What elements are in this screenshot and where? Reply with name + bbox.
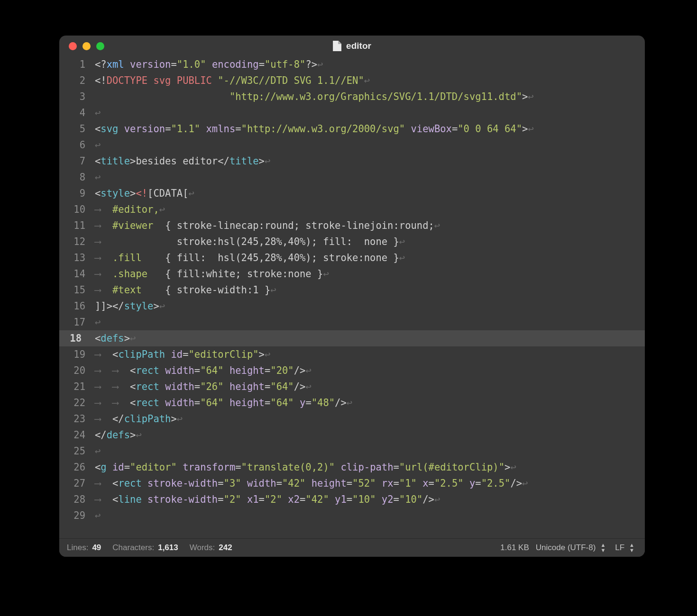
tab-indicator-icon: ⟶: [95, 252, 112, 263]
code-line[interactable]: ↩: [91, 443, 645, 459]
line-number: 12: [59, 234, 85, 250]
line-number-gutter: 1234567891011121314151617 19202122232425…: [59, 56, 91, 538]
document-icon: [333, 41, 341, 51]
code-token: "-//W3C//DTD SVG 1.1//EN": [218, 75, 364, 86]
code-token: [159, 381, 165, 392]
code-line[interactable]: <g id="editor" transform="translate(0,2)…: [91, 459, 645, 475]
code-token: "10": [399, 494, 422, 505]
code-token: [124, 59, 130, 70]
code-line[interactable]: ⟶ stroke:hsl(245,28%,40%); fill: none }↩: [91, 234, 645, 250]
code-token: "52": [352, 478, 376, 489]
code-content[interactable]: <?xml version="1.0" encoding="utf-8"?>↩<…: [91, 56, 645, 538]
code-line[interactable]: ⟶ ⟶ <rect width="64" height="64" y="48"/…: [91, 395, 645, 411]
code-token: "64": [270, 397, 293, 408]
statusbar: Lines: 49 Characters: 1,613 Words: 242 1…: [59, 538, 645, 557]
minimize-button[interactable]: [83, 42, 91, 50]
code-line[interactable]: ⟶ #editor,↩: [91, 201, 645, 217]
code-token: </: [112, 413, 124, 425]
code-token: >: [522, 91, 528, 102]
code-token: >: [171, 413, 176, 425]
code-line[interactable]: ⟶ ⟶ <rect width="26" height="64"/>↩: [91, 379, 645, 395]
code-token: [417, 478, 422, 489]
close-button[interactable]: [69, 42, 77, 50]
code-line[interactable]: ⟶ #viewer { stroke-linecap:round; stroke…: [91, 217, 645, 234]
code-line[interactable]: </defs>↩: [91, 427, 645, 443]
code-line[interactable]: <title>besides editor</title>↩: [91, 153, 645, 169]
code-token: [118, 123, 124, 135]
code-token: id: [171, 349, 183, 360]
line-number: 18: [59, 330, 82, 346]
return-indicator-icon: ↩: [522, 478, 528, 489]
code-token: [212, 75, 218, 86]
return-indicator-icon: ↩: [399, 252, 405, 263]
code-line[interactable]: ⟶ #text { stroke-width:1 }↩: [91, 282, 645, 298]
code-token: { fill: hsl(245,28%,40%); stroke:none }: [165, 252, 399, 263]
code-line[interactable]: ]]></style>↩: [91, 298, 645, 314]
code-line[interactable]: 18<defs>↩: [59, 330, 645, 346]
code-line[interactable]: ↩: [91, 507, 645, 524]
line-number: 13: [59, 250, 85, 266]
titlebar: editor: [59, 36, 645, 56]
tab-indicator-icon: ⟶: [95, 236, 112, 247]
code-token: />: [294, 365, 306, 376]
return-indicator-icon: ↩: [159, 204, 165, 215]
return-indicator-icon: ↩: [95, 172, 101, 183]
code-line[interactable]: ⟶ .shape { fill:white; stroke:none }↩: [91, 266, 645, 282]
code-line[interactable]: ↩: [91, 105, 645, 121]
code-token: "http://www.w3.org/2000/svg": [241, 123, 405, 135]
code-line[interactable]: <?xml version="1.0" encoding="utf-8"?>↩: [91, 56, 645, 72]
code-line[interactable]: ↩: [91, 137, 645, 153]
encoding-select[interactable]: Unicode (UTF-8) ▲▼: [533, 543, 608, 553]
code-token: =: [265, 397, 270, 408]
code-line[interactable]: <!DOCTYPE svg PUBLIC "-//W3C//DTD SVG 1.…: [91, 72, 645, 89]
line-number: 4: [59, 105, 85, 121]
code-token: [107, 462, 112, 473]
code-token: [224, 365, 229, 376]
code-line[interactable]: ⟶ ⟶ <rect width="64" height="20"/>↩: [91, 362, 645, 379]
line-ending-select[interactable]: LF ▲▼: [612, 543, 637, 553]
tab-indicator-icon: ⟶: [112, 365, 130, 376]
code-token: style: [101, 188, 130, 199]
tab-indicator-icon: ⟶: [95, 365, 112, 376]
code-token: [159, 365, 165, 376]
code-token: <: [95, 462, 101, 473]
code-token: =: [429, 478, 434, 489]
code-token: "1.0": [177, 59, 206, 70]
code-line[interactable]: ↩: [91, 169, 645, 185]
code-token: x: [422, 478, 428, 489]
line-number: 23: [59, 411, 85, 427]
line-number: 16: [59, 298, 85, 314]
code-token: =: [276, 478, 282, 489]
code-line[interactable]: "http://www.w3.org/Graphics/SVG/1.1/DTD/…: [91, 89, 645, 105]
code-token: "2": [224, 494, 241, 505]
code-line[interactable]: ⟶ .fill { fill: hsl(245,28%,40%); stroke…: [91, 250, 645, 266]
updown-icon: ▲▼: [600, 543, 605, 553]
code-line[interactable]: ⟶ <line stroke-width="2" x1="2" x2="42" …: [91, 491, 645, 507]
code-token: =: [300, 494, 305, 505]
code-line[interactable]: ⟶ </clipPath>↩: [91, 411, 645, 427]
code-line[interactable]: ⟶ <clipPath id="editorClip">↩: [91, 346, 645, 362]
lines-label: Lines:: [67, 543, 88, 553]
return-indicator-icon: ↩: [305, 381, 311, 392]
code-line[interactable]: ↩: [91, 314, 645, 330]
return-indicator-icon: ↩: [510, 462, 516, 473]
return-indicator-icon: ↩: [130, 333, 136, 344]
return-indicator-icon: ↩: [265, 349, 270, 360]
code-token: [206, 59, 212, 70]
code-token: "42": [305, 494, 329, 505]
code-token: height: [229, 381, 265, 392]
editor-area[interactable]: 1234567891011121314151617 19202122232425…: [59, 56, 645, 538]
code-token: =: [218, 494, 223, 505]
maximize-button[interactable]: [96, 42, 104, 50]
line-number: 27: [59, 475, 85, 491]
code-token: =: [452, 123, 458, 135]
code-token: =: [265, 365, 270, 376]
line-number: 5: [59, 121, 85, 137]
filesize: 1.61 KB: [500, 543, 529, 553]
code-line[interactable]: ⟶ <rect stroke-width="3" width="42" heig…: [91, 475, 645, 491]
code-line[interactable]: <svg version="1.1" xmlns="http://www.w3.…: [91, 121, 645, 137]
code-token: "1": [399, 478, 417, 489]
tab-indicator-icon: ⟶: [95, 494, 112, 505]
code-line[interactable]: <style><![CDATA[↩: [91, 185, 645, 201]
code-token: [200, 123, 206, 135]
